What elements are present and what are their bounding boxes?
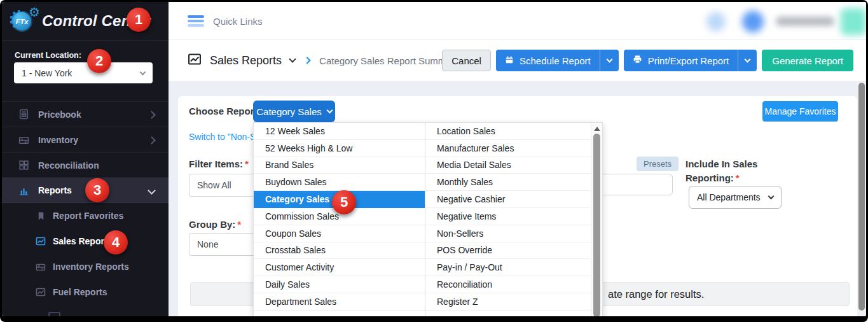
filter-items-label: Filter Items:* <box>189 158 249 169</box>
page-scrollbar-track <box>857 81 866 316</box>
toolbar-buttons: Cancel Schedule Report <box>442 40 853 81</box>
dropdown-column-right: Location Sales Manufacturer Sales Media … <box>425 123 592 316</box>
sidebar-item-inventory[interactable]: Inventory <box>2 127 169 152</box>
current-location-label: Current Location: <box>15 51 81 60</box>
dropdown-item[interactable]: Register Z <box>425 293 592 311</box>
dropdown-item[interactable]: Location Sales <box>425 123 592 140</box>
sidebar-item-inventory-reports[interactable]: Inventory Reports <box>2 254 169 279</box>
dropdown-item[interactable]: Crosstab Sales <box>254 242 425 260</box>
apps-icon-blurred[interactable] <box>742 11 764 32</box>
dropdown-scrollbar-track <box>591 123 602 316</box>
results-message-text: ate range for results. <box>608 283 704 305</box>
notification-icon-blurred[interactable] <box>706 12 726 31</box>
dropdown-item[interactable]: Coupon Sales <box>254 225 425 242</box>
dropdown-item[interactable]: Pay-in / Pay-Out <box>425 259 592 276</box>
include-in-sales-value: All Departments <box>697 192 761 202</box>
schedule-report-label: Schedule Report <box>520 55 591 66</box>
annotation-badge-3: 3 <box>85 178 109 202</box>
annotation-badge-2: 2 <box>87 49 111 73</box>
sidebar-item-label: Inventory <box>38 135 78 145</box>
report-type-value: Category Sales <box>256 106 322 117</box>
group-by-value: None <box>197 239 218 249</box>
required-asterisk: * <box>245 158 249 169</box>
sidebar-item-sales-reports[interactable]: Sales Reports <box>2 228 169 254</box>
chevron-down-icon <box>140 69 146 75</box>
line-chart-icon <box>188 52 202 69</box>
dropdown-item[interactable]: 52 Weeks High & Low <box>254 140 425 157</box>
cancel-button[interactable]: Cancel <box>442 50 491 71</box>
switch-report-link[interactable]: Switch to "Non-Su <box>189 132 261 142</box>
calendar-icon <box>505 55 514 66</box>
choose-report-label: Choose Report <box>189 106 258 116</box>
dropdown-item[interactable]: Manufacturer Sales <box>425 140 592 157</box>
sidebar-item-report-favorites[interactable]: Report Favorites <box>2 203 169 228</box>
sidebar-item-reconciliation[interactable]: Reconciliation <box>2 152 169 178</box>
line-chart-icon <box>35 235 46 247</box>
report-type-dropdown: 12 Week Sales 52 Weeks High & Low Brand … <box>253 122 603 316</box>
dropdown-item[interactable]: Reconciliation <box>425 276 592 293</box>
sidebar-item-pricebook[interactable]: Pricebook <box>2 101 169 127</box>
print-export-label: Print/Export Report <box>648 55 729 66</box>
dropdown-item[interactable]: Media Detail Sales <box>425 157 592 174</box>
report-type-selector[interactable]: Category Sales <box>253 101 335 122</box>
annotation-badge-1: 1 <box>127 8 151 32</box>
dropdown-scrollbar-thumb[interactable] <box>593 134 600 316</box>
sidebar-item-label: Reports <box>38 185 72 195</box>
print-export-button[interactable]: Print/Export Report <box>624 50 757 71</box>
page-scrollbar-thumb[interactable] <box>858 83 865 311</box>
ftx-logo-badge: FTx <box>13 12 31 31</box>
bar-chart-icon <box>18 185 29 196</box>
dropdown-item[interactable]: Buydown Sales <box>254 174 425 191</box>
dropdown-item[interactable]: POS Override <box>425 242 592 260</box>
chevron-right-icon <box>149 109 155 120</box>
shelf-icon <box>18 134 29 146</box>
bookmark-icon <box>35 210 46 221</box>
schedule-report-dropdown-caret[interactable] <box>600 50 619 71</box>
calculator-icon <box>18 109 29 120</box>
chevron-right-icon <box>303 57 310 64</box>
sidebar-item-label: Pricebook <box>38 109 81 120</box>
required-asterisk: * <box>237 219 241 230</box>
group-by-label: Group By:* <box>189 219 241 230</box>
chevron-down-icon <box>149 185 155 195</box>
scroll-up-arrow-icon[interactable] <box>594 127 600 131</box>
menu-icon[interactable] <box>188 15 204 29</box>
chevron-down-icon[interactable] <box>289 55 296 62</box>
presets-button[interactable]: Presets <box>637 157 679 171</box>
dropdown-item[interactable]: 12 Week Sales <box>254 123 425 140</box>
chevron-down-icon <box>768 193 775 200</box>
dropdown-item[interactable]: Non-Sellers <box>425 225 592 242</box>
sidebar-item-label: Report Favorites <box>53 211 123 221</box>
sidebar-item-label: Fuel Reports <box>53 287 107 297</box>
manage-favorites-button[interactable]: Manage Favorites <box>762 101 838 122</box>
dropdown-item[interactable]: Negative Items <box>425 208 592 225</box>
generate-report-button[interactable]: Generate Report <box>762 50 853 71</box>
dropdown-item[interactable]: Monthly Sales <box>425 174 592 191</box>
dropdown-item[interactable]: Customer Activity <box>254 259 425 276</box>
dropdown-item[interactable]: Daily Sales <box>254 276 425 293</box>
quick-links-label[interactable]: Quick Links <box>213 16 263 27</box>
grid-icon <box>18 160 29 171</box>
partial-menu-icon <box>48 312 60 316</box>
include-in-sales-select[interactable]: All Departments <box>689 186 782 209</box>
dropdown-item[interactable]: Department Sales <box>254 293 425 311</box>
sidebar-item-label: Reconciliation <box>38 160 99 171</box>
app-window: ⚙ ⚙ FTx Control Center Current Location:… <box>2 2 866 316</box>
sidebar-divider <box>2 40 169 41</box>
user-avatar-blurred[interactable] <box>841 8 866 35</box>
chevron-right-icon <box>149 135 155 145</box>
page-title: Sales Reports <box>210 54 282 67</box>
location-select[interactable]: 1 - New York <box>14 62 153 83</box>
include-in-sales-label: Include In Sales Reporting:* <box>685 157 757 185</box>
location-select-value: 1 - New York <box>22 68 72 78</box>
sidebar: ⚙ ⚙ FTx Control Center Current Location:… <box>2 2 169 316</box>
print-export-dropdown-caret[interactable] <box>738 50 757 71</box>
chevron-down-icon <box>326 107 333 113</box>
screenshot-frame: ⚙ ⚙ FTx Control Center Current Location:… <box>0 0 868 322</box>
ftx-gear-logo-icon: ⚙ ⚙ FTx <box>10 6 39 36</box>
dropdown-item[interactable]: Negative Cashier <box>425 191 592 208</box>
annotation-badge-5: 5 <box>332 190 356 214</box>
sidebar-item-fuel-reports[interactable]: Fuel Reports <box>2 279 169 305</box>
schedule-report-button[interactable]: Schedule Report <box>496 50 619 71</box>
dropdown-item[interactable]: Brand Sales <box>254 157 425 174</box>
